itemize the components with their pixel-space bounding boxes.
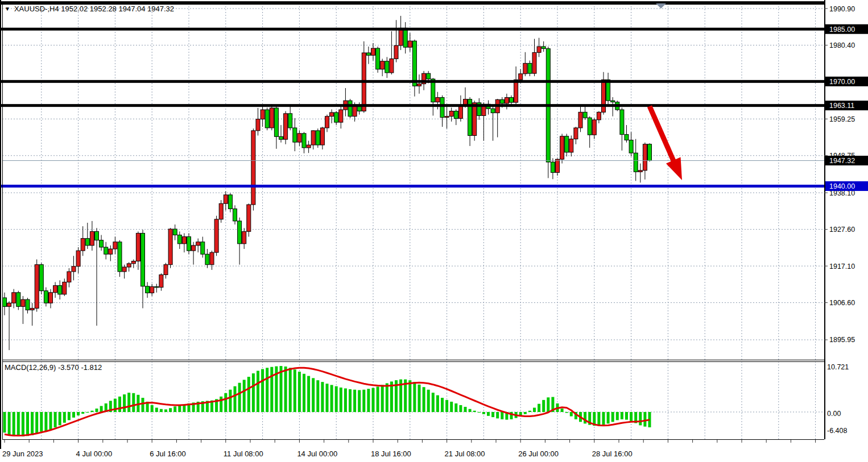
trend-arrow — [650, 106, 682, 180]
price-level-badge-label: 1970.00 — [829, 78, 855, 86]
bull-candle — [638, 170, 642, 172]
macd-bar — [151, 405, 154, 412]
bull-candle — [159, 274, 163, 287]
macd-bar — [155, 407, 158, 412]
macd-bar — [427, 390, 430, 412]
bull-candle — [72, 267, 76, 272]
macd-bar — [13, 412, 15, 436]
macd-bar — [358, 390, 361, 412]
window-left-border — [0, 0, 1, 449]
bull-candle — [394, 45, 398, 59]
macd-bar — [501, 412, 503, 419]
bull-candle — [311, 131, 315, 145]
macd-bar — [367, 389, 370, 412]
macd-bar — [570, 412, 573, 417]
bear-candle — [611, 101, 615, 102]
symbol-dropdown-icon[interactable]: ▼ — [5, 6, 10, 12]
bear-candle — [427, 73, 431, 79]
macd-bar — [31, 412, 34, 435]
bull-candle — [109, 249, 113, 254]
macd-bar — [496, 412, 499, 418]
bull-candle — [12, 293, 16, 303]
macd-bar — [450, 402, 453, 412]
bull-candle — [307, 145, 311, 148]
macd-bar — [247, 377, 250, 412]
macd-bar — [377, 386, 379, 412]
bull-candle — [464, 99, 468, 105]
time-axis-label: 14 Jul 00:00 — [297, 449, 337, 458]
macd-bar — [561, 409, 564, 412]
bear-candle — [44, 291, 48, 303]
bull-candle — [556, 159, 560, 172]
macd-bar — [344, 388, 347, 412]
bear-candle — [58, 286, 62, 294]
bear-candle — [228, 195, 232, 209]
macd-bar — [35, 412, 38, 433]
bear-candle — [173, 229, 177, 235]
macd-bar — [63, 412, 66, 423]
bull-candle — [330, 113, 334, 116]
bull-candle — [168, 229, 172, 265]
bull-candle — [214, 219, 218, 252]
time-axis-label: 11 Jul 08:00 — [224, 449, 263, 458]
time-axis-label: 4 Jul 00:00 — [76, 449, 113, 458]
macd-bar — [234, 386, 237, 412]
bull-candle — [320, 128, 324, 145]
macd-bar — [482, 412, 485, 414]
bull-candle — [418, 84, 421, 86]
candles — [3, 16, 652, 350]
bear-candle — [279, 136, 283, 139]
price-axis-border — [824, 0, 825, 439]
macd-bar — [178, 405, 181, 412]
bull-candle — [261, 110, 264, 119]
chart-canvas[interactable]: 1990.901980.401959.251948.751938.101927.… — [0, 0, 868, 462]
bull-candle — [136, 233, 140, 261]
bull-candle — [242, 231, 246, 243]
price-axis-label: 1906.60 — [829, 299, 855, 307]
macd-bar — [611, 412, 614, 422]
macd-bar — [441, 398, 444, 412]
price-axis-label: 1927.60 — [829, 226, 855, 234]
time-axis[interactable]: 29 Jun 20234 Jul 00:006 Jul 16:0011 Jul … — [2, 440, 816, 458]
macd-bar — [298, 372, 301, 412]
macd-bar — [252, 373, 255, 412]
macd-bar — [630, 412, 633, 421]
bear-candle — [500, 99, 504, 103]
bull-candle — [592, 120, 596, 135]
bear-candle — [385, 61, 389, 73]
price-level-badge-label: 1940.00 — [829, 182, 855, 190]
macd-bar — [362, 390, 365, 412]
macd-bar — [423, 387, 425, 412]
macd-bar — [243, 380, 246, 412]
bear-candle — [565, 136, 569, 152]
bear-candle — [3, 298, 7, 306]
macd-bar — [445, 400, 448, 412]
bear-candle — [100, 240, 104, 247]
price-level-badge-label: 1963.11 — [829, 102, 854, 110]
macd-bar — [335, 386, 338, 412]
bear-candle — [238, 221, 242, 244]
bull-candle — [339, 110, 343, 122]
macd-bar — [261, 369, 264, 413]
bull-candle — [597, 112, 601, 120]
macd-bar — [81, 412, 84, 414]
bull-candle — [270, 108, 274, 128]
price-hline — [0, 80, 824, 83]
macd-bar — [220, 397, 222, 412]
bull-candle — [537, 47, 541, 52]
price-axis[interactable]: 1990.901980.401959.251948.751938.101927.… — [824, 5, 868, 435]
macd-bar — [413, 382, 416, 412]
macd-bar — [86, 412, 89, 413]
macd-bar — [459, 405, 462, 412]
bear-candle — [376, 48, 380, 69]
bear-candle — [26, 299, 30, 310]
bear-candle — [348, 101, 352, 116]
bear-candle — [85, 239, 89, 245]
macd-bar — [542, 400, 545, 412]
bear-candle — [625, 135, 629, 140]
macd-bar — [478, 412, 481, 413]
macd-bar — [372, 388, 375, 412]
macd-bar — [284, 367, 287, 412]
bull-candle — [514, 80, 518, 102]
price-axis-label: 1980.40 — [829, 41, 855, 49]
